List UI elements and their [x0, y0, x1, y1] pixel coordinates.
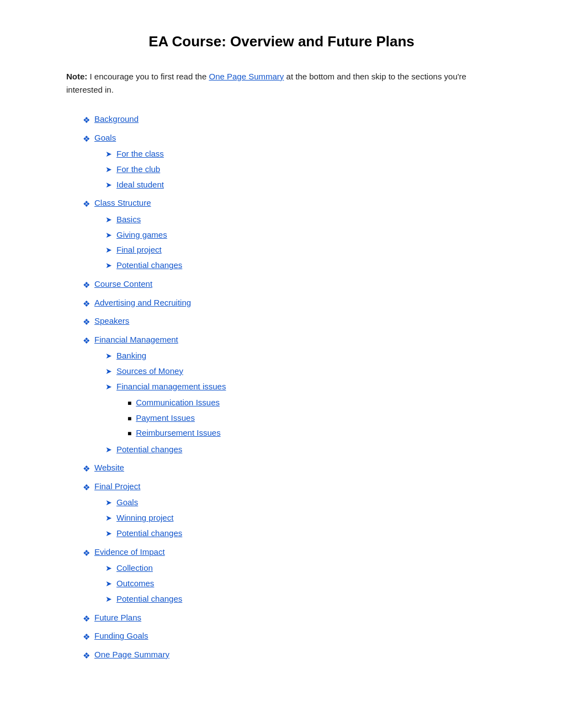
toc-link[interactable]: Advertising and Recruiting — [94, 296, 191, 310]
toc-link[interactable]: Winning project — [116, 511, 173, 525]
toc-link[interactable]: Giving games — [116, 228, 167, 242]
toc-link[interactable]: Potential changes — [116, 442, 182, 457]
item-content: Financial management issues■Communicatio… — [116, 379, 226, 441]
arrow-icon: ➤ — [105, 163, 112, 176]
toc-link[interactable]: Funding Goals — [94, 629, 148, 643]
list-item: ➤Goals — [105, 495, 182, 510]
toc-link[interactable]: Communication Issues — [136, 395, 220, 410]
list-item: ❖Funding Goals — [83, 629, 497, 644]
arrow-icon: ➤ — [105, 179, 112, 192]
list-item: ■Payment Issues — [128, 411, 226, 425]
toc-link[interactable]: Potential changes — [116, 592, 182, 606]
list-item: ➤For the class — [105, 147, 164, 161]
arrow-icon: ➤ — [105, 244, 112, 257]
item-content: Speakers — [94, 314, 129, 328]
list-item: ❖Evidence of Impact➤Collection➤Outcomes➤… — [83, 545, 497, 607]
list-item: ➤Final project — [105, 243, 182, 257]
item-content: One Page Summary — [94, 647, 169, 662]
diamond-bullet-icon: ❖ — [83, 315, 90, 329]
item-content: Sources of Money — [116, 364, 183, 378]
item-content: Ideal student — [116, 178, 164, 192]
toc-link[interactable]: Future Plans — [94, 611, 141, 625]
diamond-bullet-icon: ❖ — [83, 612, 90, 626]
item-content: Funding Goals — [94, 629, 148, 643]
arrow-icon: ➤ — [105, 527, 112, 540]
item-content: Class Structure➤Basics➤Giving games➤Fina… — [94, 196, 182, 274]
item-content: Evidence of Impact➤Collection➤Outcomes➤P… — [94, 545, 182, 607]
arrow-icon: ➤ — [105, 148, 112, 161]
arrow-icon: ➤ — [105, 350, 112, 363]
toc-link[interactable]: Evidence of Impact — [94, 545, 182, 559]
list-item: ➤Giving games — [105, 228, 182, 242]
list-item: ❖Financial Management➤Banking➤Sources of… — [83, 333, 497, 458]
item-content: Background — [94, 112, 139, 126]
item-content: For the club — [116, 162, 160, 176]
diamond-bullet-icon: ❖ — [83, 462, 90, 476]
toc-link[interactable]: Financial Management — [94, 333, 226, 347]
item-content: Financial Management➤Banking➤Sources of … — [94, 333, 226, 458]
list-item: ➤Sources of Money — [105, 364, 226, 378]
toc-link[interactable]: Payment Issues — [136, 411, 195, 425]
toc-link[interactable]: Background — [94, 112, 139, 126]
arrow-icon: ➤ — [105, 577, 112, 591]
item-content: Future Plans — [94, 611, 141, 625]
toc-link[interactable]: Goals — [116, 495, 138, 510]
toc-link[interactable]: Final Project — [94, 479, 182, 494]
list-item: ➤Basics — [105, 212, 182, 227]
toc-link[interactable]: Financial management issues — [116, 379, 226, 394]
toc-link[interactable]: For the club — [116, 162, 160, 176]
diamond-bullet-icon: ❖ — [83, 278, 90, 292]
diamond-bullet-icon: ❖ — [83, 649, 90, 663]
arrow-icon: ➤ — [105, 443, 112, 457]
item-content: Giving games — [116, 228, 167, 242]
toc-list: ❖Background❖Goals➤For the class➤For the … — [66, 112, 497, 662]
toc-link[interactable]: Course Content — [94, 277, 152, 291]
list-item: ❖One Page Summary — [83, 647, 497, 663]
list-item: ➤Outcomes — [105, 576, 182, 591]
toc-link[interactable]: Final project — [116, 243, 162, 257]
item-content: Winning project — [116, 511, 173, 525]
toc-link[interactable]: Website — [94, 461, 124, 475]
toc-link[interactable]: Speakers — [94, 314, 129, 328]
toc-link[interactable]: Potential changes — [116, 258, 182, 272]
item-content: Basics — [116, 212, 141, 227]
item-content: Course Content — [94, 277, 152, 291]
toc-link[interactable]: Banking — [116, 349, 146, 363]
arrow-icon: ➤ — [105, 229, 112, 242]
item-content: Potential changes — [116, 442, 182, 457]
list-item: ➤Potential changes — [105, 442, 226, 457]
toc-link[interactable]: Basics — [116, 212, 141, 227]
list-item: ■Communication Issues — [128, 395, 226, 410]
list-item: ➤Potential changes — [105, 526, 182, 540]
toc-link[interactable]: Reimbursement Issues — [136, 426, 220, 440]
item-content: Goals➤For the class➤For the club➤Ideal s… — [94, 131, 164, 193]
toc-link[interactable]: One Page Summary — [94, 647, 169, 662]
toc-link[interactable]: Outcomes — [116, 576, 154, 591]
arrow-icon: ➤ — [105, 562, 112, 575]
item-content: Collection — [116, 561, 153, 575]
item-content: Potential changes — [116, 258, 182, 272]
diamond-bullet-icon: ❖ — [83, 480, 90, 495]
toc-link[interactable]: Sources of Money — [116, 364, 183, 378]
arrow-icon: ➤ — [105, 512, 112, 525]
item-content: Potential changes — [116, 592, 182, 606]
diamond-bullet-icon: ❖ — [83, 197, 90, 211]
list-item: ❖Future Plans — [83, 611, 497, 626]
item-content: Advertising and Recruiting — [94, 296, 191, 310]
item-content: Outcomes — [116, 576, 154, 591]
diamond-bullet-icon: ❖ — [83, 297, 90, 311]
item-content: Goals — [116, 495, 138, 510]
page-title: EA Course: Overview and Future Plans — [66, 33, 497, 50]
toc-link[interactable]: Potential changes — [116, 526, 182, 540]
toc-link[interactable]: Ideal student — [116, 178, 164, 192]
list-item: ❖Final Project➤Goals➤Winning project➤Pot… — [83, 479, 497, 542]
one-page-summary-link-top[interactable]: One Page Summary — [209, 72, 284, 81]
toc-link[interactable]: Goals — [94, 131, 164, 145]
toc-link[interactable]: Class Structure — [94, 196, 182, 210]
list-item: ■Reimbursement Issues — [128, 426, 226, 440]
item-content: Potential changes — [116, 526, 182, 540]
toc-link[interactable]: For the class — [116, 147, 164, 161]
toc-link[interactable]: Collection — [116, 561, 153, 575]
square-bullet-icon: ■ — [128, 413, 131, 424]
diamond-bullet-icon: ❖ — [83, 113, 90, 127]
